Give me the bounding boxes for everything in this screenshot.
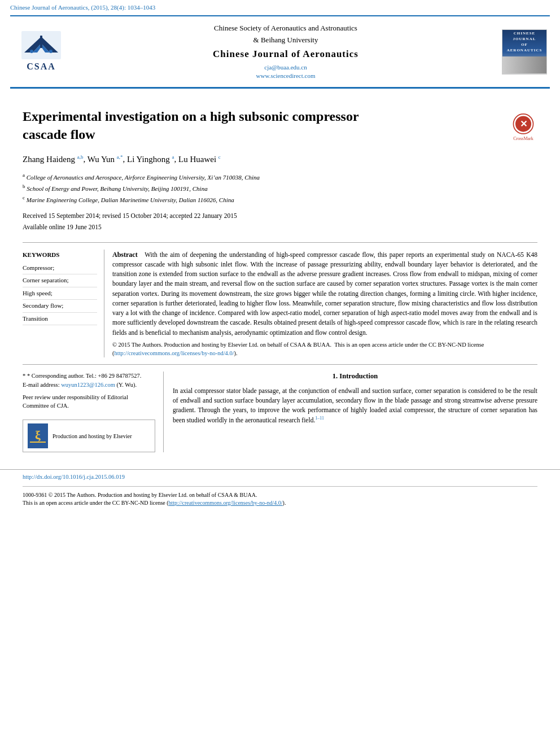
author-2: Wu Yun a,* [88, 155, 123, 164]
elsevier-logo-icon: ξ [28, 423, 48, 448]
introduction-text: In axial compressor stator blade passage… [173, 386, 537, 426]
crossmark-icon[interactable]: ✕ CrossMark [509, 113, 537, 142]
abstract-copyright: © 2015 The Authors. Production and hosti… [112, 341, 537, 357]
journal-website: www.sciencedirect.com [72, 72, 499, 80]
star-symbol: * [23, 373, 25, 379]
introduction-heading: 1. Introduction [173, 372, 537, 382]
footer-divider [23, 486, 537, 487]
affiliation-b: b School of Energy and Power, Beihang Un… [23, 182, 537, 194]
svg-point-5 [49, 50, 53, 53]
author-4: Lu Huawei c [178, 155, 221, 164]
citation-bar: Chinese Journal of Aeronautics, (2015), … [0, 0, 560, 15]
abstract-label: Abstract [112, 251, 138, 259]
keyword-3: High speed; [23, 289, 97, 300]
article-dates: Received 15 September 2014; revised 15 O… [23, 211, 537, 233]
doi-link[interactable]: http://dx.doi.org/10.1016/j.cja.2015.06.… [23, 474, 125, 480]
affiliation-c: c Marine Engineering College, Dalian Mar… [23, 194, 537, 205]
introduction-column: 1. Introduction In axial compressor stat… [164, 372, 537, 452]
author-email-link[interactable]: wuyun1223@126.com [61, 382, 115, 388]
keyword-5: Transition [23, 314, 97, 325]
csaa-logo-block: CSAA [10, 29, 72, 75]
svg-rect-11 [30, 442, 46, 443]
citation-text: Chinese Journal of Aeronautics, (2015), … [10, 4, 155, 11]
header-center: Chinese Society of Aeronautics and Astro… [72, 21, 499, 82]
intro-reference-sup: 1–11 [315, 416, 324, 421]
elsevier-box: ξ Production and hosting by Elsevier [23, 420, 155, 452]
svg-rect-3 [40, 36, 42, 48]
crossmark-svg: ✕ [511, 113, 535, 134]
footer-license-link[interactable]: http://creativecommons.org/licenses/by-n… [169, 500, 283, 506]
article-title: Experimental investigation on a high sub… [23, 108, 373, 143]
author-1: Zhang Haideng a,b [23, 155, 83, 164]
keyword-1: Compressor; [23, 264, 97, 274]
plane-icon [21, 31, 61, 59]
email-note: E-mail address: wuyun1223@126.com (Y. Wu… [23, 381, 155, 390]
svg-point-4 [30, 50, 33, 53]
author-3: Li Yinghong a [127, 155, 174, 164]
affiliations-block: a College of Aeronautics and Aerospace, … [23, 171, 537, 206]
authors-line: Zhang Haideng a,b, Wu Yun a,*, Li Yingho… [23, 154, 537, 165]
abstract-column: Abstract With the aim of deepening the u… [104, 250, 537, 358]
svg-text:ξ: ξ [35, 428, 41, 442]
footer-open-access: This is an open access article under the… [23, 499, 537, 507]
journal-cover-image: CHINESEJOURNALOFAERONAUTICS [502, 29, 547, 75]
title-row: Experimental investigation on a high sub… [23, 99, 537, 147]
keywords-column: KEYWORDS Compressor; Corner separation; … [23, 250, 104, 358]
page-footer: http://dx.doi.org/10.1016/j.cja.2015.06.… [0, 469, 560, 510]
society-line2: & Beihang University [72, 35, 499, 45]
abstract-section: KEYWORDS Compressor; Corner separation; … [23, 242, 537, 365]
peer-review-note: Peer review under responsibility of Edit… [23, 393, 155, 411]
footer-issn: 1000-9361 © 2015 The Authors. Production… [23, 491, 537, 499]
csaa-acronym: CSAA [27, 60, 56, 73]
abstract-text: Abstract With the aim of deepening the u… [112, 250, 537, 338]
elsevier-text: Production and hosting by Elsevier [53, 432, 132, 440]
journal-email: cja@buaa.edu.cn [72, 63, 499, 72]
keyword-2: Corner separation; [23, 276, 97, 287]
available-date: Available online 19 June 2015 [23, 222, 537, 233]
svg-text:✕: ✕ [520, 119, 527, 129]
affiliation-a: a College of Aeronautics and Aerospace, … [23, 171, 537, 182]
keyword-4: Secondary flow; [23, 302, 97, 312]
journal-title: Chinese Journal of Aeronautics [72, 47, 499, 61]
copyright-license-link[interactable]: http://creativecommons.org/licenses/by-n… [115, 350, 234, 356]
society-line1: Chinese Society of Aeronautics and Astro… [72, 23, 499, 33]
received-date: Received 15 September 2014; revised 15 O… [23, 211, 537, 222]
corresponding-note: * * Corresponding author. Tel.: +86 29 8… [23, 372, 155, 381]
crossmark-label: CrossMark [513, 136, 533, 142]
journal-cover-block: CHINESEJOURNALOFAERONAUTICS [499, 29, 550, 75]
keywords-title: KEYWORDS [23, 251, 97, 259]
bottom-section: * * Corresponding author. Tel.: +86 29 8… [23, 365, 537, 452]
footnotes-column: * * Corresponding author. Tel.: +86 29 8… [23, 372, 164, 452]
